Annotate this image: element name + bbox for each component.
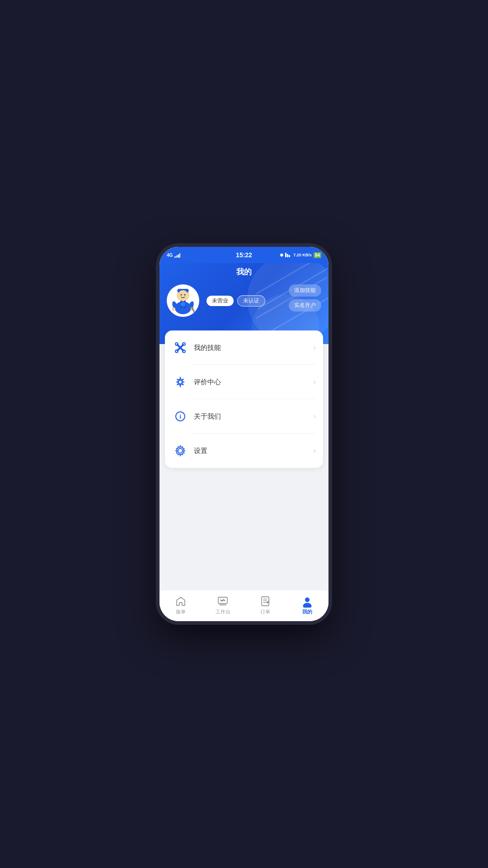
menu-item-about[interactable]: i 关于我们 › bbox=[165, 399, 323, 434]
signal-bar-1 bbox=[174, 256, 176, 258]
bottom-nav: 接单 工作台 bbox=[160, 590, 328, 621]
svg-point-25 bbox=[178, 380, 182, 384]
phone-inner: 4G 15:22 ✱ 7.20 KB/s 84 bbox=[160, 247, 328, 621]
svg-point-6 bbox=[178, 290, 188, 300]
svg-text:i: i bbox=[179, 413, 181, 420]
svg-point-30 bbox=[305, 597, 310, 602]
signal-bars bbox=[174, 252, 180, 258]
mine-icon bbox=[302, 596, 313, 607]
svg-point-22 bbox=[183, 343, 185, 345]
nav-item-mine[interactable]: 我的 bbox=[286, 590, 329, 621]
avatar-image bbox=[168, 285, 198, 316]
svg-point-24 bbox=[183, 350, 185, 353]
svg-point-8 bbox=[184, 294, 186, 296]
nav-item-workbench[interactable]: 工作台 bbox=[202, 590, 244, 621]
nav-item-orders[interactable]: 接单 bbox=[160, 590, 202, 621]
signal-bar-3 bbox=[178, 255, 179, 258]
menu-card: 我的技能 › 评价中心 › bbox=[165, 330, 323, 468]
nav-workbench-label: 工作台 bbox=[216, 609, 230, 615]
menu-item-skills[interactable]: 我的技能 › bbox=[165, 330, 323, 365]
skills-label: 我的技能 bbox=[194, 344, 314, 352]
status-right: ✱ 7.20 KB/s 84 bbox=[280, 252, 321, 258]
profile-tags: 未营业 未认证 bbox=[206, 295, 265, 307]
settings-chevron: › bbox=[314, 447, 316, 455]
svg-rect-18 bbox=[190, 307, 193, 308]
battery-signal-icon bbox=[285, 253, 291, 257]
svg-rect-1 bbox=[287, 254, 288, 257]
signal-bar-2 bbox=[176, 255, 178, 258]
avatar[interactable] bbox=[167, 284, 199, 317]
real-name-button[interactable]: 实名开户 bbox=[289, 299, 321, 311]
svg-point-15 bbox=[172, 307, 175, 311]
tag-not-verified: 未认证 bbox=[237, 295, 265, 307]
review-chevron: › bbox=[314, 378, 316, 386]
tag-not-open: 未营业 bbox=[206, 296, 234, 306]
settings-label: 设置 bbox=[194, 447, 314, 455]
phone-frame: 4G 15:22 ✱ 7.20 KB/s 84 bbox=[156, 243, 332, 625]
menu-item-settings[interactable]: 设置 › bbox=[165, 434, 323, 468]
data-speed: 7.20 KB/s bbox=[293, 253, 312, 257]
about-chevron: › bbox=[314, 412, 316, 420]
nav-mine-label: 我的 bbox=[302, 609, 312, 615]
review-icon bbox=[172, 374, 188, 390]
status-bar: 4G 15:22 ✱ 7.20 KB/s 84 bbox=[160, 247, 328, 263]
skills-chevron: › bbox=[314, 344, 316, 352]
profile-section: 未营业 未认证 添加技能 实名开户 bbox=[160, 284, 328, 317]
about-icon: i bbox=[172, 408, 188, 425]
home-icon bbox=[175, 596, 186, 607]
settings-icon bbox=[172, 443, 188, 459]
status-left: 4G bbox=[167, 252, 180, 258]
nav-item-myorders[interactable]: 订单 bbox=[244, 590, 286, 621]
signal-bar-4 bbox=[179, 253, 181, 258]
svg-point-21 bbox=[175, 343, 178, 345]
battery-indicator: 84 bbox=[314, 252, 321, 258]
svg-point-7 bbox=[181, 294, 182, 296]
menu-item-review[interactable]: 评价中心 › bbox=[165, 365, 323, 399]
main-content: 我的技能 › 评价中心 › bbox=[160, 330, 328, 590]
svg-rect-0 bbox=[285, 253, 286, 257]
nav-orders-label: 接单 bbox=[176, 609, 186, 615]
add-skill-button[interactable]: 添加技能 bbox=[289, 284, 321, 297]
about-label: 关于我们 bbox=[194, 412, 314, 421]
orders-icon bbox=[260, 596, 271, 607]
skills-icon bbox=[172, 340, 188, 356]
svg-rect-2 bbox=[289, 255, 290, 257]
workbench-icon bbox=[217, 596, 228, 607]
signal-label: 4G bbox=[167, 253, 173, 258]
review-label: 评价中心 bbox=[194, 378, 314, 387]
svg-point-23 bbox=[175, 350, 178, 353]
bluetooth-icon: ✱ bbox=[280, 253, 283, 258]
nav-myorders-label: 订单 bbox=[260, 609, 270, 615]
svg-rect-29 bbox=[262, 597, 269, 606]
status-time: 15:22 bbox=[236, 251, 252, 259]
action-buttons: 添加技能 实名开户 bbox=[289, 284, 321, 311]
svg-point-31 bbox=[303, 603, 312, 608]
svg-rect-12 bbox=[181, 302, 185, 306]
